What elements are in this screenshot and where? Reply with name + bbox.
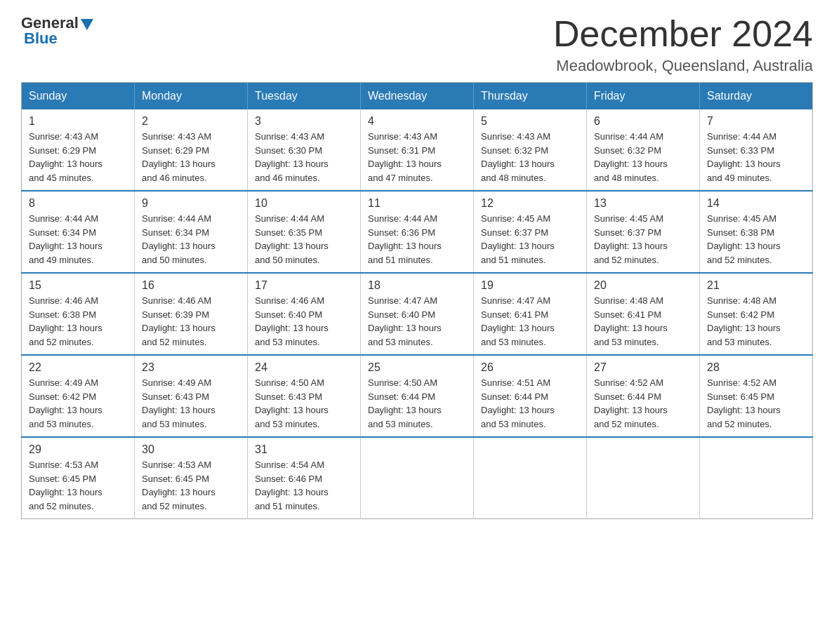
- day-info: Sunrise: 4:44 AMSunset: 6:33 PMDaylight:…: [707, 130, 805, 185]
- logo-triangle-icon: [81, 16, 96, 32]
- day-number: 17: [255, 279, 353, 292]
- day-info: Sunrise: 4:44 AMSunset: 6:35 PMDaylight:…: [255, 212, 353, 267]
- weekday-header-monday: Monday: [135, 83, 248, 110]
- calendar-week-row: 22 Sunrise: 4:49 AMSunset: 6:42 PMDaylig…: [22, 355, 813, 437]
- weekday-header-thursday: Thursday: [474, 83, 587, 110]
- title-section: December 2024 Meadowbrook, Queensland, A…: [553, 14, 813, 75]
- calendar-day-cell: 16 Sunrise: 4:46 AMSunset: 6:39 PMDaylig…: [135, 273, 248, 355]
- calendar-day-cell: 4 Sunrise: 4:43 AMSunset: 6:31 PMDayligh…: [361, 109, 474, 191]
- calendar-week-row: 15 Sunrise: 4:46 AMSunset: 6:38 PMDaylig…: [22, 273, 813, 355]
- svg-marker-0: [81, 19, 93, 30]
- day-info: Sunrise: 4:50 AMSunset: 6:44 PMDaylight:…: [368, 376, 466, 431]
- calendar-day-cell: 28 Sunrise: 4:52 AMSunset: 6:45 PMDaylig…: [700, 355, 813, 437]
- day-number: 16: [142, 279, 240, 292]
- day-number: 29: [29, 443, 127, 456]
- day-number: 15: [29, 279, 127, 292]
- day-number: 21: [707, 279, 805, 292]
- day-number: 31: [255, 443, 353, 456]
- calendar-day-cell: 15 Sunrise: 4:46 AMSunset: 6:38 PMDaylig…: [22, 273, 135, 355]
- day-info: Sunrise: 4:53 AMSunset: 6:45 PMDaylight:…: [29, 458, 127, 513]
- calendar-day-cell: [361, 437, 474, 519]
- weekday-header-wednesday: Wednesday: [361, 83, 474, 110]
- calendar-day-cell: 31 Sunrise: 4:54 AMSunset: 6:46 PMDaylig…: [248, 437, 361, 519]
- calendar-day-cell: 25 Sunrise: 4:50 AMSunset: 6:44 PMDaylig…: [361, 355, 474, 437]
- calendar-day-cell: 11 Sunrise: 4:44 AMSunset: 6:36 PMDaylig…: [361, 191, 474, 273]
- calendar-day-cell: 8 Sunrise: 4:44 AMSunset: 6:34 PMDayligh…: [22, 191, 135, 273]
- day-info: Sunrise: 4:52 AMSunset: 6:44 PMDaylight:…: [594, 376, 692, 431]
- day-info: Sunrise: 4:53 AMSunset: 6:45 PMDaylight:…: [142, 458, 240, 513]
- day-number: 13: [594, 197, 692, 210]
- calendar-day-cell: 24 Sunrise: 4:50 AMSunset: 6:43 PMDaylig…: [248, 355, 361, 437]
- day-info: Sunrise: 4:54 AMSunset: 6:46 PMDaylight:…: [255, 458, 353, 513]
- calendar-table: SundayMondayTuesdayWednesdayThursdayFrid…: [21, 82, 813, 519]
- calendar-day-cell: 12 Sunrise: 4:45 AMSunset: 6:37 PMDaylig…: [474, 191, 587, 273]
- day-info: Sunrise: 4:49 AMSunset: 6:42 PMDaylight:…: [29, 376, 127, 431]
- calendar-day-cell: 23 Sunrise: 4:49 AMSunset: 6:43 PMDaylig…: [135, 355, 248, 437]
- day-number: 20: [594, 279, 692, 292]
- calendar-day-cell: 3 Sunrise: 4:43 AMSunset: 6:30 PMDayligh…: [248, 109, 361, 191]
- logo: General Blue: [21, 14, 96, 48]
- day-info: Sunrise: 4:45 AMSunset: 6:37 PMDaylight:…: [594, 212, 692, 267]
- calendar-day-cell: [587, 437, 700, 519]
- day-number: 12: [481, 197, 579, 210]
- day-number: 24: [255, 361, 353, 374]
- day-info: Sunrise: 4:47 AMSunset: 6:41 PMDaylight:…: [481, 294, 579, 349]
- day-info: Sunrise: 4:45 AMSunset: 6:37 PMDaylight:…: [481, 212, 579, 267]
- logo-blue-text: Blue: [24, 29, 58, 48]
- day-info: Sunrise: 4:43 AMSunset: 6:30 PMDaylight:…: [255, 130, 353, 185]
- page-header: General Blue December 2024 Meadowbrook, …: [21, 14, 813, 75]
- calendar-day-cell: 18 Sunrise: 4:47 AMSunset: 6:40 PMDaylig…: [361, 273, 474, 355]
- day-info: Sunrise: 4:49 AMSunset: 6:43 PMDaylight:…: [142, 376, 240, 431]
- weekday-header-friday: Friday: [587, 83, 700, 110]
- day-info: Sunrise: 4:47 AMSunset: 6:40 PMDaylight:…: [368, 294, 466, 349]
- day-info: Sunrise: 4:43 AMSunset: 6:29 PMDaylight:…: [142, 130, 240, 185]
- day-number: 10: [255, 197, 353, 210]
- weekday-header-tuesday: Tuesday: [248, 83, 361, 110]
- calendar-day-cell: 17 Sunrise: 4:46 AMSunset: 6:40 PMDaylig…: [248, 273, 361, 355]
- day-number: 2: [142, 115, 240, 128]
- day-number: 11: [368, 197, 466, 210]
- calendar-day-cell: [700, 437, 813, 519]
- day-info: Sunrise: 4:44 AMSunset: 6:36 PMDaylight:…: [368, 212, 466, 267]
- day-info: Sunrise: 4:45 AMSunset: 6:38 PMDaylight:…: [707, 212, 805, 267]
- day-info: Sunrise: 4:44 AMSunset: 6:34 PMDaylight:…: [142, 212, 240, 267]
- calendar-subtitle: Meadowbrook, Queensland, Australia: [553, 57, 813, 75]
- day-info: Sunrise: 4:50 AMSunset: 6:43 PMDaylight:…: [255, 376, 353, 431]
- day-number: 9: [142, 197, 240, 210]
- calendar-day-cell: 20 Sunrise: 4:48 AMSunset: 6:41 PMDaylig…: [587, 273, 700, 355]
- calendar-week-row: 1 Sunrise: 4:43 AMSunset: 6:29 PMDayligh…: [22, 109, 813, 191]
- day-info: Sunrise: 4:46 AMSunset: 6:38 PMDaylight:…: [29, 294, 127, 349]
- calendar-day-cell: 10 Sunrise: 4:44 AMSunset: 6:35 PMDaylig…: [248, 191, 361, 273]
- day-number: 18: [368, 279, 466, 292]
- day-number: 25: [368, 361, 466, 374]
- calendar-day-cell: 2 Sunrise: 4:43 AMSunset: 6:29 PMDayligh…: [135, 109, 248, 191]
- weekday-header-row: SundayMondayTuesdayWednesdayThursdayFrid…: [22, 83, 813, 110]
- day-number: 7: [707, 115, 805, 128]
- calendar-day-cell: 14 Sunrise: 4:45 AMSunset: 6:38 PMDaylig…: [700, 191, 813, 273]
- day-number: 26: [481, 361, 579, 374]
- day-info: Sunrise: 4:52 AMSunset: 6:45 PMDaylight:…: [707, 376, 805, 431]
- day-info: Sunrise: 4:48 AMSunset: 6:41 PMDaylight:…: [594, 294, 692, 349]
- day-number: 14: [707, 197, 805, 210]
- day-info: Sunrise: 4:43 AMSunset: 6:32 PMDaylight:…: [481, 130, 579, 185]
- day-number: 1: [29, 115, 127, 128]
- day-number: 4: [368, 115, 466, 128]
- day-number: 8: [29, 197, 127, 210]
- weekday-header-saturday: Saturday: [700, 83, 813, 110]
- calendar-day-cell: 30 Sunrise: 4:53 AMSunset: 6:45 PMDaylig…: [135, 437, 248, 519]
- calendar-day-cell: 13 Sunrise: 4:45 AMSunset: 6:37 PMDaylig…: [587, 191, 700, 273]
- day-info: Sunrise: 4:48 AMSunset: 6:42 PMDaylight:…: [707, 294, 805, 349]
- calendar-day-cell: 9 Sunrise: 4:44 AMSunset: 6:34 PMDayligh…: [135, 191, 248, 273]
- calendar-day-cell: 26 Sunrise: 4:51 AMSunset: 6:44 PMDaylig…: [474, 355, 587, 437]
- day-number: 23: [142, 361, 240, 374]
- day-number: 19: [481, 279, 579, 292]
- day-info: Sunrise: 4:46 AMSunset: 6:40 PMDaylight:…: [255, 294, 353, 349]
- day-info: Sunrise: 4:46 AMSunset: 6:39 PMDaylight:…: [142, 294, 240, 349]
- calendar-day-cell: 19 Sunrise: 4:47 AMSunset: 6:41 PMDaylig…: [474, 273, 587, 355]
- day-number: 6: [594, 115, 692, 128]
- calendar-day-cell: 27 Sunrise: 4:52 AMSunset: 6:44 PMDaylig…: [587, 355, 700, 437]
- calendar-day-cell: [474, 437, 587, 519]
- day-info: Sunrise: 4:44 AMSunset: 6:34 PMDaylight:…: [29, 212, 127, 267]
- calendar-day-cell: 1 Sunrise: 4:43 AMSunset: 6:29 PMDayligh…: [22, 109, 135, 191]
- calendar-day-cell: 5 Sunrise: 4:43 AMSunset: 6:32 PMDayligh…: [474, 109, 587, 191]
